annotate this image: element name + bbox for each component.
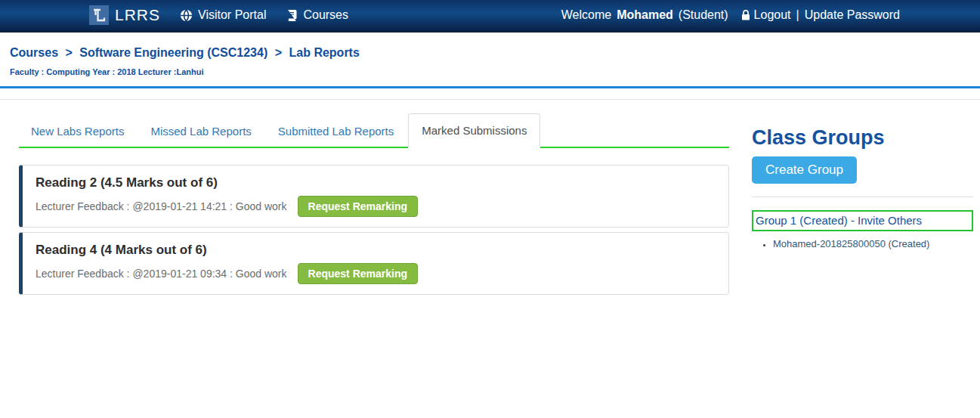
tab-marked-submissions[interactable]: Marked Submissions — [408, 113, 540, 148]
brand-link[interactable]: LRRS — [89, 5, 160, 25]
content-area: New Labs Reports Missed Lab Reports Subm… — [0, 113, 980, 295]
reports-panel: New Labs Reports Missed Lab Reports Subm… — [19, 113, 729, 295]
nav-separator: | — [796, 8, 799, 22]
course-meta-text: Faculty : Computing Year : 2018 Lecturer… — [10, 67, 980, 76]
breadcrumb-courses[interactable]: Courses — [10, 46, 58, 59]
lecturer-feedback-text: Lecturer Feedback : @2019-01-21 14:21 : … — [36, 200, 287, 212]
lecturer-feedback-text: Lecturer Feedback : @2019-01-21 09:34 : … — [36, 268, 287, 280]
book-icon — [286, 9, 298, 21]
group-invite-link[interactable]: Group 1 (Created) - Invite Others — [756, 214, 922, 227]
nav-link-label: Visitor Portal — [198, 8, 266, 22]
breadcrumb: Courses > Software Engineering (CSC1234)… — [10, 46, 980, 60]
report-card: Reading 2 (4.5 Marks out of 6) Lecturer … — [19, 165, 729, 228]
nav-link-visitor-portal[interactable]: Visitor Portal — [180, 8, 266, 22]
report-tabs: New Labs Reports Missed Lab Reports Subm… — [19, 113, 729, 148]
marked-submissions-list: Reading 2 (4.5 Marks out of 6) Lecturer … — [19, 165, 729, 295]
logout-link[interactable]: Logout — [754, 8, 791, 22]
breadcrumb-lab-reports[interactable]: Lab Reports — [289, 46, 359, 59]
request-remarking-button[interactable]: Request Remarking — [298, 196, 418, 217]
role-text: (Student) — [679, 8, 728, 22]
globe-icon — [180, 9, 193, 22]
breadcrumb-separator: > — [275, 46, 282, 59]
top-navbar: LRRS Visitor Portal Courses Welcom — [0, 0, 980, 33]
welcome-text: Welcome — [561, 8, 611, 22]
lock-icon — [740, 9, 751, 21]
group-item-box[interactable]: Group 1 (Created) - Invite Others — [752, 210, 973, 231]
lrrs-logo-icon — [89, 5, 109, 25]
breadcrumb-separator: > — [65, 46, 72, 59]
blue-divider — [0, 86, 980, 88]
tab-missed-lab-reports[interactable]: Missed Lab Reports — [138, 116, 263, 147]
group-member-item: Mohamed-201825800050 (Created) — [773, 238, 973, 249]
tab-submitted-lab-reports[interactable]: Submitted Lab Reports — [266, 116, 406, 147]
tab-new-labs-reports[interactable]: New Labs Reports — [19, 116, 136, 147]
create-group-button[interactable]: Create Group — [752, 156, 857, 184]
breadcrumb-section: Courses > Software Engineering (CSC1234)… — [0, 33, 980, 76]
report-card: Reading 4 (4 Marks out of 6) Lecturer Fe… — [19, 232, 729, 295]
class-groups-sidebar: Class Groups Create Group Group 1 (Creat… — [752, 126, 973, 249]
class-groups-heading: Class Groups — [752, 126, 973, 150]
group-member-list: Mohamed-201825800050 (Created) — [752, 238, 973, 249]
nav-link-label: Courses — [303, 8, 348, 22]
username-text: Mohamed — [617, 8, 673, 22]
sidebar-divider — [752, 197, 973, 197]
update-password-link[interactable]: Update Password — [805, 8, 900, 22]
brand-text: LRRS — [115, 6, 160, 24]
report-title: Reading 2 (4.5 Marks out of 6) — [36, 175, 716, 190]
nav-link-courses[interactable]: Courses — [286, 8, 348, 22]
breadcrumb-course-name[interactable]: Software Engineering (CSC1234) — [79, 46, 267, 59]
gray-divider — [0, 99, 980, 100]
report-title: Reading 4 (4 Marks out of 6) — [36, 243, 716, 258]
request-remarking-button[interactable]: Request Remarking — [298, 263, 418, 284]
